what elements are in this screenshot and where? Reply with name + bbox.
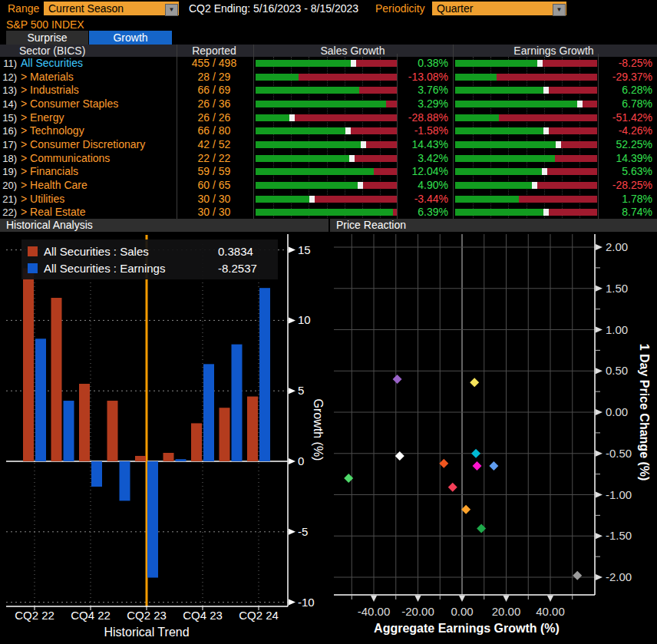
surprise-marker <box>556 141 561 148</box>
sector-name[interactable]: > Financials <box>21 165 78 179</box>
earnings-growth-bar <box>455 196 597 203</box>
sector-name[interactable]: > Health Care <box>21 179 87 193</box>
table-row[interactable]: 18)> Communications22 / 223.42%14.39% <box>0 152 657 166</box>
sales-bar <box>247 397 258 461</box>
table-row[interactable]: 15)> Energy26 / 26-28.88%-51.42% <box>0 111 657 125</box>
row-number: 15) <box>0 111 17 125</box>
earnings-growth-value: 6.28% <box>599 84 652 97</box>
sales-growth-bar <box>256 60 398 67</box>
row-number: 11) <box>0 57 17 71</box>
table-row[interactable]: 14)> Consumer Staples26 / 363.29%6.78% <box>0 97 657 111</box>
range-dropdown-arrow-icon[interactable]: ▼ <box>165 4 178 16</box>
sector-name[interactable]: > Real Estate <box>21 206 85 220</box>
y-tick-arrow-icon <box>289 529 295 535</box>
col-header-reported: Reported <box>178 45 250 57</box>
sales-growth-bar <box>256 155 398 162</box>
range-dropdown[interactable]: Current Season ▼ <box>44 2 179 15</box>
sector-name[interactable]: > Energy <box>21 111 64 125</box>
earnings-growth-bar <box>455 168 597 175</box>
miss-portion <box>583 101 597 107</box>
surprise-marker <box>289 114 295 121</box>
earnings-bar <box>64 401 74 461</box>
sales-bar <box>163 453 174 461</box>
table-row[interactable]: 21)> Utilities30 / 30-3.44%1.78% <box>0 193 657 206</box>
y-tick-arrow-icon <box>596 409 603 415</box>
axis-tick-label: CQ2 24 <box>239 609 279 622</box>
sector-name[interactable]: > Consumer Discretionary <box>21 138 145 152</box>
axis-tick-label: 0.00 <box>606 405 628 418</box>
earnings-growth-value: -4.26% <box>599 124 652 138</box>
miss-portion <box>547 168 597 175</box>
axis-tick-label: 2.00 <box>606 240 628 253</box>
earnings-growth-value: 14.39% <box>599 152 652 166</box>
table-row[interactable]: 17)> Consumer Discretionary42 / 5214.43%… <box>0 138 657 152</box>
sector-name[interactable]: > Utilities <box>21 193 64 206</box>
earnings-bar <box>147 461 158 578</box>
sales-growth-bar <box>256 101 398 107</box>
sales-legend-swatch <box>28 246 38 256</box>
sales-growth-bar <box>256 141 398 148</box>
beat-portion <box>455 87 543 94</box>
sales-growth-value: 14.43% <box>398 138 448 152</box>
table-header: Sector (BICS) Reported Sales Growth Earn… <box>0 45 657 57</box>
beat-portion <box>256 87 359 94</box>
earnings-growth-bar <box>455 182 597 189</box>
sector-name[interactable]: > Materials <box>21 71 74 84</box>
row-number: 17) <box>0 138 17 152</box>
beat-portion <box>455 182 532 189</box>
miss-portion <box>359 87 398 94</box>
axis-tick-label: 20.00 <box>492 605 521 618</box>
sector-name[interactable]: > Communications <box>21 152 110 166</box>
surprise-marker <box>349 155 355 162</box>
row-number: 19) <box>0 165 17 179</box>
reported-count: 59 / 59 <box>178 165 250 179</box>
sales-growth-bar <box>256 182 398 189</box>
scatter-point-all-securities <box>439 459 448 468</box>
periodicity-label: Periodicity <box>375 0 425 17</box>
table-row[interactable]: 12)> Materials28 / 29-13.08%-29.37% <box>0 71 657 84</box>
earnings-growth-value: -51.42% <box>599 111 652 125</box>
sales-growth-value: 6.39% <box>398 206 448 220</box>
surprise-marker <box>537 60 543 67</box>
surprise-marker <box>345 127 351 134</box>
reported-count: 26 / 36 <box>178 97 250 111</box>
sector-name[interactable]: > Technology <box>21 124 84 138</box>
beat-portion <box>256 60 351 67</box>
periodicity-dropdown[interactable]: Quarter ▼ <box>432 2 566 15</box>
chart-legend: All Securities : Sales 0.3834 All Securi… <box>21 239 278 279</box>
table-row[interactable]: 16)> Technology66 / 80-1.58%-4.26% <box>0 124 657 138</box>
earnings-growth-value: 5.63% <box>599 165 652 179</box>
earnings-growth-bar <box>455 87 597 94</box>
axis-tick-label: -10 <box>298 596 315 609</box>
sales-bar <box>107 401 118 461</box>
sector-name[interactable]: > Industrials <box>21 84 79 97</box>
earnings-bar <box>259 288 270 461</box>
sales-bar <box>191 423 202 461</box>
sector-table-body: 11)All Securities455 / 4980.38%-8.25%12)… <box>0 57 657 220</box>
table-row[interactable]: 13)> Industrials66 / 693.76%6.28% <box>0 84 657 97</box>
y-tick-arrow-icon <box>289 388 295 394</box>
miss-portion <box>497 74 597 81</box>
tab-surprise[interactable]: Surprise <box>6 31 88 45</box>
table-row[interactable]: 19)> Financials59 / 5912.04%5.63% <box>0 165 657 179</box>
surprise-marker <box>542 168 547 175</box>
miss-portion <box>295 114 398 121</box>
sector-name[interactable]: > Consumer Staples <box>21 97 118 111</box>
surprise-marker <box>532 182 537 189</box>
sector-name[interactable]: All Securities <box>21 57 83 71</box>
tab-growth[interactable]: Growth <box>89 31 172 45</box>
reported-count: 30 / 30 <box>178 193 250 206</box>
surprise-marker <box>361 141 366 148</box>
miss-portion <box>549 127 597 134</box>
sales-growth-value: -3.44% <box>398 193 448 206</box>
beat-portion <box>256 155 349 162</box>
sales-growth-bar <box>256 209 398 216</box>
table-row[interactable]: 20)> Health Care60 / 654.90%-28.25% <box>0 179 657 193</box>
earnings-growth-bar <box>455 209 597 216</box>
table-row[interactable]: 22)> Real Estate30 / 306.39%8.74% <box>0 206 657 220</box>
table-row[interactable]: 11)All Securities455 / 4980.38%-8.25% <box>0 57 657 71</box>
periodicity-dropdown-arrow-icon[interactable]: ▼ <box>553 4 566 16</box>
axis-tick-label: 0.00 <box>451 605 473 618</box>
reported-count: 60 / 65 <box>178 179 250 193</box>
axis-tick-label: -1.50 <box>606 529 632 542</box>
